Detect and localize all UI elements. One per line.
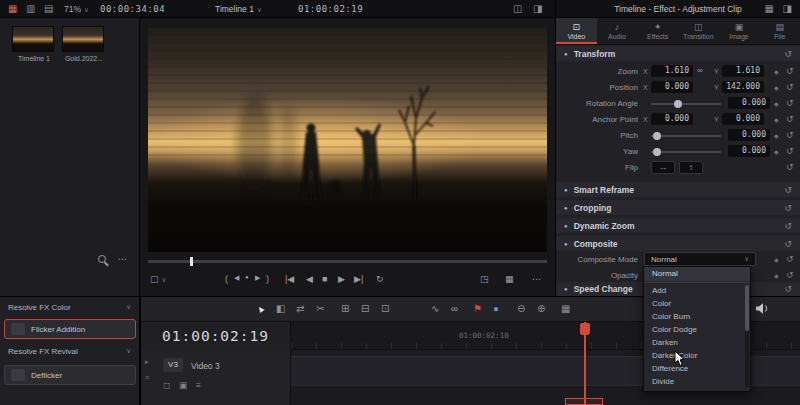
dropdown-option-difference[interactable]: Difference: [644, 362, 750, 375]
section-composite[interactable]: ● Composite ↺: [556, 236, 800, 251]
reset-icon[interactable]: ↺: [786, 114, 794, 124]
composite-mode-select[interactable]: Normal ∨: [644, 252, 756, 266]
section-dynamic-zoom[interactable]: ● Dynamic Zoom ↺: [556, 218, 800, 233]
dropdown-option-divide[interactable]: Divide: [644, 375, 750, 388]
search-icon[interactable]: [98, 255, 106, 263]
program-viewer[interactable]: [148, 28, 547, 252]
tab-video[interactable]: ⊡ Video: [556, 18, 597, 44]
dropdown-scrollbar-thumb[interactable]: [745, 285, 749, 331]
play-around-close-icon[interactable]: ): [266, 274, 269, 284]
flag-icon[interactable]: ⚑: [473, 303, 482, 314]
tab-transition[interactable]: ◫ Transition: [678, 18, 719, 44]
anchor-x-field[interactable]: 0.000: [651, 113, 693, 125]
play-button[interactable]: ▶: [338, 274, 345, 284]
inspector-panel-icon[interactable]: ◨: [783, 3, 792, 15]
keyframe-icon[interactable]: ◆: [774, 116, 779, 123]
keyframe-icon[interactable]: ◆: [774, 100, 779, 107]
overwrite-clip-icon[interactable]: ⊟: [361, 303, 369, 314]
enable-dot-icon[interactable]: ●: [564, 286, 568, 292]
zoom-out-icon[interactable]: ⊖: [517, 303, 525, 314]
audio-monitor-icon[interactable]: [756, 303, 769, 316]
dynamic-trim-icon[interactable]: ⇄: [296, 303, 304, 314]
media-pool-icon[interactable]: ▦: [8, 3, 17, 15]
keyframe-icon[interactable]: ◆: [774, 272, 779, 279]
timeline-view-options-icon[interactable]: ▦: [561, 303, 570, 314]
yaw-slider[interactable]: [651, 151, 721, 153]
zoom-x-field[interactable]: 1.610: [651, 65, 693, 77]
keyframe-icon[interactable]: ◆: [774, 84, 779, 91]
tab-image[interactable]: ▣ Image: [719, 18, 760, 44]
dropdown-option-darken[interactable]: Darken: [644, 336, 750, 349]
reset-icon[interactable]: ↺: [786, 254, 794, 264]
reset-icon[interactable]: ↺: [786, 66, 794, 76]
track-number-badge[interactable]: V3: [163, 358, 183, 372]
enable-dot-icon[interactable]: ●: [564, 241, 568, 247]
strip-menu-icon[interactable]: ≡: [145, 374, 149, 381]
section-smart-reframe[interactable]: ● Smart Reframe ↺: [556, 182, 800, 197]
mixer-icon[interactable]: ◫: [513, 3, 522, 15]
grid-view-icon[interactable]: ▥: [26, 3, 35, 15]
strip-expand-icon[interactable]: ▸: [145, 358, 149, 366]
reset-icon[interactable]: ↺: [784, 221, 792, 231]
dropdown-option-color[interactable]: Color: [644, 297, 750, 310]
timeline-selector[interactable]: Timeline 1∨: [215, 4, 262, 14]
reset-icon[interactable]: ↺: [786, 82, 794, 92]
loop-button[interactable]: ↻: [376, 274, 384, 284]
enable-dot-icon[interactable]: ●: [564, 223, 568, 229]
clip-thumbnail[interactable]: [62, 26, 104, 52]
track-lock-icon[interactable]: ▣: [179, 380, 187, 390]
enable-dot-icon[interactable]: ●: [564, 51, 568, 57]
play-around-dot-icon[interactable]: ●: [245, 274, 249, 280]
clip-thumbnail[interactable]: [12, 26, 54, 52]
inspector-grid-icon[interactable]: ▦: [765, 3, 774, 15]
viewer-mode-button[interactable]: ▢∨: [150, 274, 166, 284]
viewer-options-icon[interactable]: ⋯: [532, 274, 541, 284]
retime-curve-icon[interactable]: ∿: [431, 303, 439, 314]
link-clips-icon[interactable]: ∞: [451, 303, 458, 314]
keyframe-icon[interactable]: ◆: [774, 256, 779, 263]
marker-icon[interactable]: ●: [493, 303, 499, 314]
reset-icon[interactable]: ↺: [784, 239, 792, 249]
dropdown-scrollbar[interactable]: [745, 285, 749, 387]
reset-icon[interactable]: ↺: [784, 185, 792, 195]
more-options-icon[interactable]: ⋯: [118, 254, 127, 264]
playhead-head[interactable]: [580, 323, 590, 335]
fx-item-deflicker[interactable]: Deflicker: [4, 365, 136, 385]
razor-tool-icon[interactable]: ✂: [316, 303, 324, 314]
reset-icon[interactable]: ↺: [784, 203, 792, 213]
yaw-field[interactable]: 0.000: [728, 145, 770, 157]
track-auto-select-icon[interactable]: ≡: [196, 380, 201, 390]
tab-file[interactable]: ▤ File: [759, 18, 800, 44]
keyframe-icon[interactable]: ◆: [774, 132, 779, 139]
rotation-slider[interactable]: [651, 103, 721, 105]
reset-icon[interactable]: ↺: [786, 98, 794, 108]
keyframe-icon[interactable]: ◆: [774, 148, 779, 155]
timeline-playhead[interactable]: [584, 322, 586, 405]
fx-item-flicker-addition[interactable]: Flicker Addition: [4, 319, 136, 339]
track-enable-icon[interactable]: ◻: [163, 380, 170, 390]
pitch-slider[interactable]: [651, 135, 721, 137]
enable-dot-icon[interactable]: ●: [564, 187, 568, 193]
link-icon[interactable]: ∞: [697, 66, 703, 75]
reset-icon[interactable]: ↺: [786, 130, 794, 140]
stop-button[interactable]: ■: [322, 274, 327, 284]
zoom-in-icon[interactable]: ⊕: [537, 303, 545, 314]
rotation-field[interactable]: 0.000: [728, 97, 770, 109]
match-frame-icon[interactable]: ◳: [480, 274, 489, 284]
dropdown-option-color-burn[interactable]: Color Burn: [644, 310, 750, 323]
reset-icon[interactable]: ↺: [786, 162, 794, 172]
zoom-y-field[interactable]: 1.610: [722, 65, 764, 77]
media-clip-timeline-1[interactable]: Timeline 1: [12, 26, 56, 62]
selection-tool-icon[interactable]: ▲: [256, 303, 265, 314]
trim-edit-icon[interactable]: ◧: [276, 303, 285, 314]
viewer-zoom-select[interactable]: 71%∨: [64, 4, 89, 14]
pitch-field[interactable]: 0.000: [728, 129, 770, 141]
panel-toggle-icon[interactable]: ◨: [533, 3, 542, 15]
last-frame-button[interactable]: ▶|: [354, 274, 363, 284]
scrubber-playhead[interactable]: [190, 257, 193, 266]
replace-clip-icon[interactable]: ⊡: [381, 303, 389, 314]
play-around-open-icon[interactable]: (: [225, 274, 228, 284]
first-frame-button[interactable]: |◀: [285, 274, 294, 284]
insert-clip-icon[interactable]: ⊞: [341, 303, 349, 314]
flip-vertical-button[interactable]: ↕: [679, 161, 703, 174]
